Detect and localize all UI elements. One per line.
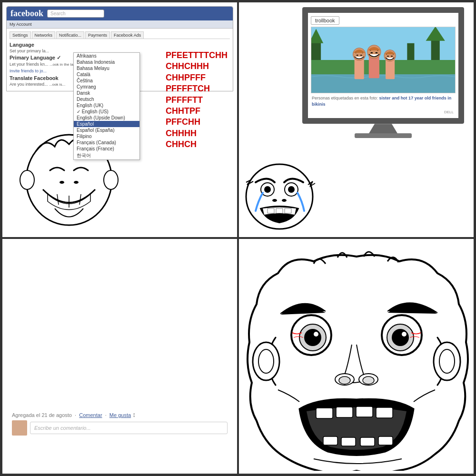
language-section-title: Language bbox=[10, 42, 230, 48]
svg-rect-54 bbox=[323, 436, 337, 445]
svg-rect-34 bbox=[276, 208, 283, 213]
photo-scene bbox=[311, 27, 455, 93]
svg-rect-55 bbox=[341, 437, 356, 446]
tab-notifications[interactable]: Notificatio... bbox=[56, 31, 84, 39]
svg-point-18 bbox=[357, 55, 358, 56]
lang-bahasa-indonesia[interactable]: Bahasa Indonesia bbox=[74, 59, 139, 65]
comment-input-row: Escribe un comentario... bbox=[12, 420, 228, 436]
lang-catala[interactable]: Català bbox=[74, 71, 139, 78]
lang-francais-france[interactable]: Français (France) bbox=[74, 146, 139, 152]
lang-afrikaans[interactable]: Afrikaans bbox=[74, 53, 139, 59]
lang-english-upside[interactable]: English (Upside Down) bbox=[74, 115, 139, 121]
lang-dansk[interactable]: Dansk bbox=[74, 90, 139, 96]
caption-prefix: Personas etiquetadas en esta foto: bbox=[312, 96, 379, 100]
svg-point-36 bbox=[272, 199, 277, 202]
lang-english-uk[interactable]: English (UK) bbox=[74, 102, 139, 109]
svg-rect-33 bbox=[268, 208, 274, 213]
omg-face-svg bbox=[242, 242, 471, 471]
svg-rect-16 bbox=[355, 58, 364, 79]
svg-point-7 bbox=[104, 170, 118, 189]
svg-point-37 bbox=[282, 199, 287, 202]
my-account-label: My Account bbox=[10, 22, 32, 27]
tab-payments[interactable]: Payments bbox=[85, 31, 110, 39]
laugh-text: PFEETTTTCHH CHHCHHH CHHPFFF PFFFFTCH PFF… bbox=[166, 50, 228, 150]
svg-rect-24 bbox=[386, 59, 395, 79]
lang-filipino[interactable]: Filipino bbox=[74, 133, 139, 139]
svg-point-4 bbox=[60, 181, 64, 184]
lang-bahasa-melayu[interactable]: Bahasa Melayu bbox=[74, 65, 139, 71]
svg-rect-57 bbox=[378, 436, 393, 445]
trollbook-label: trollbook bbox=[311, 16, 339, 25]
monitor: trollbook bbox=[302, 7, 464, 138]
lang-francais-canada[interactable]: Français (Canada) bbox=[74, 139, 139, 146]
svg-point-41 bbox=[314, 332, 318, 337]
svg-rect-50 bbox=[316, 408, 333, 418]
svg-rect-15 bbox=[311, 74, 455, 93]
svg-point-44 bbox=[392, 329, 409, 346]
svg-point-45 bbox=[402, 332, 407, 337]
svg-rect-51 bbox=[336, 407, 353, 417]
photo-area bbox=[311, 27, 456, 93]
panel-comment: Agregada el 21 de agosto · Comentar · Me… bbox=[1, 238, 238, 475]
fb-nav: My Account bbox=[7, 20, 233, 29]
tab-fb-ads[interactable]: Facebook Ads bbox=[111, 31, 144, 39]
panel-facebook-language: facebook Search My Account Settings Netw… bbox=[1, 1, 238, 238]
svg-point-5 bbox=[74, 181, 79, 184]
photo-caption: Personas etiquetadas en esta foto: siste… bbox=[311, 93, 456, 109]
facebook-logo: facebook bbox=[10, 9, 43, 19]
comment-section: Agregada el 21 de agosto · Comentar · Me… bbox=[12, 411, 228, 436]
lang-english-us[interactable]: English (US) bbox=[74, 109, 139, 115]
rage-face-tears bbox=[241, 159, 317, 235]
cursor-indicator: ↕ bbox=[132, 411, 136, 418]
svg-rect-52 bbox=[356, 407, 373, 417]
lang-espanol[interactable]: Español bbox=[74, 121, 139, 127]
monitor-screen: trollbook bbox=[302, 7, 464, 124]
svg-rect-56 bbox=[360, 437, 375, 446]
panel-trollbook: trollbook bbox=[238, 1, 475, 238]
like-link[interactable]: Me gusta bbox=[109, 412, 131, 418]
svg-point-22 bbox=[370, 52, 373, 53]
monitor-base bbox=[355, 133, 412, 138]
lang-korean[interactable]: 한국어 bbox=[74, 152, 139, 159]
svg-point-40 bbox=[304, 329, 321, 346]
lang-deutsch[interactable]: Deutsch bbox=[74, 96, 139, 102]
language-dropdown[interactable]: Afrikaans Bahasa Indonesia Bahasa Melayu… bbox=[73, 52, 140, 160]
svg-rect-35 bbox=[285, 208, 291, 213]
comment-meta: Agregada el 21 de agosto · Comentar · Me… bbox=[12, 411, 228, 418]
svg-point-26 bbox=[387, 56, 389, 57]
svg-point-31 bbox=[264, 186, 271, 193]
lang-espanol-espana[interactable]: Español (España) bbox=[74, 127, 139, 133]
svg-point-27 bbox=[391, 56, 393, 57]
panel-omg-face bbox=[238, 238, 475, 475]
tab-networks[interactable]: Networks bbox=[32, 31, 56, 39]
svg-point-19 bbox=[360, 55, 362, 56]
dell-brand: DELL bbox=[311, 109, 456, 115]
fb-search-placeholder[interactable]: Search bbox=[47, 10, 104, 18]
comment-link[interactable]: Comentar bbox=[79, 412, 102, 418]
comic-grid: facebook Search My Account Settings Netw… bbox=[0, 0, 476, 476]
comment-input[interactable]: Escribe un comentario... bbox=[30, 422, 228, 434]
lang-cymraeg[interactable]: Cymraeg bbox=[74, 84, 139, 90]
svg-rect-14 bbox=[311, 60, 455, 74]
fb-titlebar: facebook Search bbox=[7, 7, 233, 20]
monitor-stand bbox=[369, 124, 397, 133]
date-text: Agregada el 21 de agosto bbox=[12, 412, 72, 418]
invite-link[interactable]: Invite friends to jo... bbox=[10, 69, 47, 73]
svg-point-59 bbox=[258, 349, 274, 373]
svg-point-48 bbox=[339, 377, 350, 384]
svg-point-23 bbox=[375, 52, 377, 53]
fb-tabs: Settings Networks Notificatio... Payment… bbox=[10, 31, 230, 39]
svg-point-6 bbox=[20, 170, 34, 189]
svg-point-32 bbox=[288, 186, 295, 193]
svg-point-49 bbox=[363, 377, 374, 384]
lang-cestina[interactable]: Čeština bbox=[74, 78, 139, 84]
user-avatar bbox=[12, 420, 27, 436]
svg-point-61 bbox=[439, 349, 455, 373]
svg-rect-53 bbox=[376, 407, 393, 418]
tab-settings[interactable]: Settings bbox=[10, 31, 31, 39]
